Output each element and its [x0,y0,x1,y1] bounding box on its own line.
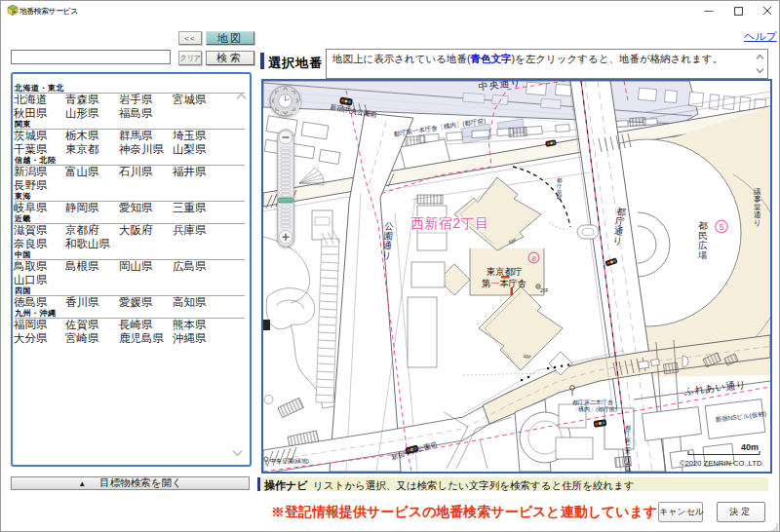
map-label-tochomae: 都庁前駅 [556,177,563,200]
cancel-button[interactable]: キャンセル [658,502,703,522]
map-label-daiichi-2: 一 [491,279,500,288]
prefecture-item[interactable]: 高知県 [173,296,207,309]
prefecture-row: 千葉県東京都神奈川県山梨県 [13,143,245,157]
prefecture-list[interactable]: 北海道・東北北海道青森県岩手県宮城県秋田県山形県福島県関東茨城県栃木県群馬県埼玉… [11,72,252,467]
prefecture-item[interactable]: 埼玉県 [173,130,207,142]
prefecture-item[interactable]: 京都府 [65,224,99,237]
prefecture-item[interactable]: 青森県 [65,94,99,106]
operation-navi-bar: 操作ナビ リストから選択、又は検索したい文字列を検索すると住所を絞れます [257,477,768,491]
prefecture-item[interactable]: 群馬県 [119,130,153,142]
resize-grip[interactable] [769,523,778,532]
landmark-search-button[interactable]: ▲ 目標物検索を開く [11,476,250,490]
selected-parcel-accent [260,53,264,69]
window-title: 地番検索サービス [20,6,78,17]
prefecture-item[interactable]: 岡山県 [119,260,153,273]
prefecture-item[interactable]: 静岡県 [65,202,99,214]
prefecture-item[interactable]: 北海道 [14,94,48,106]
prefecture-item[interactable]: 滋賀県 [14,224,48,237]
close-button[interactable] [753,1,780,20]
map-label-f20: 20F [540,287,549,293]
prefecture-item[interactable]: 愛媛県 [119,296,153,309]
prefecture-item[interactable]: 山口県 [14,274,48,286]
map-label-daiichi-1: 第 [482,279,490,288]
navi-accent [257,477,260,491]
maximize-icon [734,7,743,16]
clear-button[interactable]: クリア [178,51,202,65]
search-button[interactable]: 検索 [206,51,254,65]
prefecture-item[interactable]: 岐阜県 [14,202,48,214]
map-viewport[interactable]: 中央通り新宿中央公園前都庁第一本庁舎〔構内〕(都庁前)西新宿2丁目公園通り都庁通… [261,79,772,474]
map-label-chuo-koen: 中央公園(緑地) [270,457,309,465]
map-label-tocho-2-a: 都庁第二本庁舎 [572,399,613,406]
prefecture-item[interactable]: 和歌山県 [65,238,110,250]
prefecture-item[interactable]: 秋田県 [14,107,48,120]
help-link[interactable]: ヘルプ [744,29,777,44]
prefecture-row: 鳥取県島根県岡山県広島県 [13,260,245,274]
prefecture-item[interactable]: 福島県 [119,107,153,120]
prefecture-item[interactable]: 岩手県 [119,94,153,106]
minimize-button[interactable] [694,1,723,20]
map-label-daiichi-2b: 本 [500,279,509,288]
scroll-up-icon[interactable] [236,93,247,100]
prefecture-item[interactable]: 熊本県 [173,319,207,331]
prefecture-item[interactable]: 鳥取県 [14,260,48,273]
map-label-badge8: 8 [531,254,536,263]
prefecture-item[interactable]: 佐賀県 [65,319,99,331]
spin-down-icon[interactable] [756,67,764,74]
prefecture-item[interactable]: 島根県 [65,260,99,273]
close-icon [762,6,772,16]
prefecture-item[interactable]: 沖縄県 [173,332,207,345]
prefecture-item[interactable]: 宮崎県 [65,332,99,345]
compass-control[interactable] [269,85,301,117]
minimize-icon [704,6,714,16]
prefecture-item[interactable]: 東京都 [65,143,99,156]
prefecture-row: 福岡県佐賀県長崎県熊本県 [13,319,245,332]
map-label-zenrin: ©2020 ZENRIN CO.,LTD. [680,459,763,468]
prefecture-row: 大分県宮崎県鹿児島県沖縄県 [13,332,245,346]
zoom-slider[interactable] [277,129,294,247]
maximize-button[interactable] [723,1,753,20]
prefecture-item[interactable]: 広島県 [173,260,207,273]
prefecture-row: 山口県 [13,274,245,287]
spin-up-icon[interactable] [756,54,764,60]
map-label-tocho-2-b: 〔構内〕(都庁前) [572,405,617,413]
prefecture-item[interactable]: 愛知県 [119,202,153,214]
map-label-tomin-hiroba: 都民広場 [697,220,708,260]
map-toggle-button[interactable]: 地図 [206,31,254,45]
prefecture-item[interactable]: 栃木県 [65,130,99,142]
prefecture-row: 滋賀県京都府大阪府兵庫県 [13,224,245,238]
prefecture-item[interactable]: 奈良県 [14,238,48,250]
collapse-button[interactable]: << [178,31,202,45]
prefecture-item[interactable]: 神奈川県 [119,143,164,156]
scroll-down-icon[interactable] [232,449,243,457]
prefecture-item[interactable]: 福井県 [173,166,207,178]
prefecture-item[interactable]: 宮城県 [173,94,207,106]
prefecture-item[interactable]: 長崎県 [119,319,153,331]
zoom-slider-handle[interactable] [279,198,293,203]
prefecture-item[interactable]: 鹿児島県 [119,332,164,345]
prefecture-item[interactable]: 山形県 [65,107,99,120]
region-header: 四国 [15,287,245,296]
navi-text: リストから選択、又は検索したい文字列を検索すると住所を絞れます [313,479,635,493]
title-bar: 地番検索サービス [1,1,779,29]
prefecture-item[interactable]: 香川県 [65,296,99,309]
prefecture-item[interactable]: 千葉県 [14,143,48,156]
prefecture-item[interactable]: 山梨県 [173,143,207,156]
instruction-box: 地図上に表示されている地番(青色文字)を左クリックすると、地番が格納されます。 [326,49,768,79]
prefecture-item[interactable]: 兵庫県 [173,224,207,237]
prefecture-item[interactable]: 石川県 [119,166,153,178]
map-label-busstop-s: 都庁第二本庁舎前 [624,425,631,472]
ok-button[interactable]: 決定 [717,502,765,522]
prefecture-item[interactable]: 徳島県 [14,296,48,309]
prefecture-item[interactable]: 新潟県 [14,166,48,178]
prefecture-item[interactable]: 三重県 [173,202,207,214]
prefecture-item[interactable]: 富山県 [65,166,99,178]
prefecture-item[interactable]: 大阪府 [119,224,153,237]
prefecture-item[interactable]: 福岡県 [14,319,48,331]
map-label-gijido: 議事堂通り [754,187,761,227]
prefecture-item[interactable]: 茨城県 [14,130,48,142]
search-input[interactable] [11,50,171,64]
prefecture-item[interactable]: 長野県 [14,179,48,192]
prefecture-item[interactable]: 大分県 [14,332,48,345]
navi-title: 操作ナビ [264,478,308,493]
